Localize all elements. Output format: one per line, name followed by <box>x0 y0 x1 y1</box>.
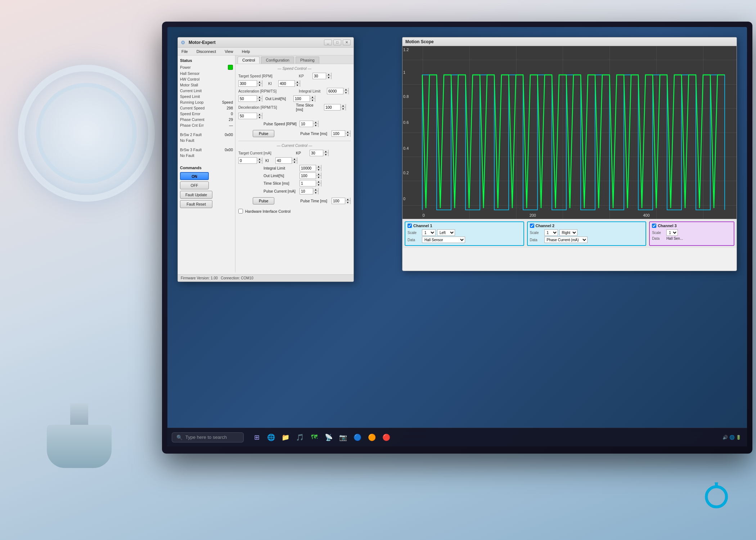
ki-current-up[interactable]: ▲ <box>292 157 297 161</box>
pulse-current-box[interactable]: 10 ▲ ▼ <box>300 188 319 194</box>
ch2-scale-select[interactable]: 12510 <box>544 229 558 236</box>
hw-interface-checkbox[interactable] <box>238 209 243 213</box>
kp-down[interactable]: ▼ <box>326 76 331 79</box>
menu-help[interactable]: Help <box>240 49 252 54</box>
integral-limit-box[interactable]: 6000 ▲ ▼ <box>327 88 349 94</box>
ch3-scale-select[interactable]: 12 <box>666 229 678 236</box>
out-limit-speed-spinners[interactable]: ▲ ▼ <box>310 95 315 102</box>
ki-current-box[interactable]: 40 ▲ ▼ <box>275 157 297 164</box>
time-slice-current-down[interactable]: ▼ <box>316 183 321 186</box>
acceleration-box[interactable]: 50 ▲ ▼ <box>238 95 262 102</box>
kp-up[interactable]: ▲ <box>326 73 331 76</box>
taskbar-icon-mail[interactable]: 📡 <box>323 432 334 443</box>
ch1-side-select[interactable]: LeftRight <box>437 229 455 236</box>
ki-value-box[interactable]: 400 ▲ ▼ <box>278 80 300 87</box>
pulse-time-current-spinners[interactable]: ▲ ▼ <box>345 198 350 204</box>
acceleration-spinners[interactable]: ▲ ▼ <box>257 95 262 102</box>
tab-configuration[interactable]: Configuration <box>261 57 294 64</box>
pulse-current-input[interactable]: 10 <box>300 188 313 194</box>
target-current-down[interactable]: ▼ <box>257 161 262 164</box>
integral-limit-current-box[interactable]: 10000 ▲ ▼ <box>300 165 321 171</box>
window-controls[interactable]: _ □ ✕ <box>324 40 351 45</box>
integral-limit-current-spinners[interactable]: ▲ ▼ <box>316 165 321 171</box>
target-speed-down[interactable]: ▼ <box>257 84 262 87</box>
target-speed-input[interactable]: 300 <box>239 81 257 86</box>
ki-up[interactable]: ▲ <box>295 80 300 84</box>
pulse-speed-down[interactable]: ▼ <box>313 124 318 127</box>
menu-view[interactable]: View <box>223 49 235 54</box>
minimize-button[interactable]: _ <box>324 40 332 45</box>
out-limit-speed-up[interactable]: ▲ <box>310 95 315 99</box>
ki-input[interactable]: 400 <box>279 81 294 86</box>
time-slice-current-input[interactable]: 1 <box>300 180 316 186</box>
target-speed-spinners[interactable]: ▲ ▼ <box>257 80 262 87</box>
out-limit-speed-input[interactable]: 100 <box>294 96 310 102</box>
ki-spinners[interactable]: ▲ ▼ <box>294 80 300 87</box>
maximize-button[interactable]: □ <box>333 40 341 45</box>
taskbar-icon-edge[interactable]: 🌐 <box>265 432 277 443</box>
integral-limit-current-down[interactable]: ▼ <box>316 168 321 171</box>
kp-input[interactable]: 30 <box>313 73 326 79</box>
ki-current-down[interactable]: ▼ <box>292 161 297 164</box>
integral-limit-current-up[interactable]: ▲ <box>316 165 321 168</box>
out-limit-current-box[interactable]: 100 ▲ ▼ <box>300 172 321 179</box>
time-slice-current-up[interactable]: ▲ <box>316 180 321 183</box>
taskbar-icon-camera[interactable]: 📷 <box>337 432 349 443</box>
pulse-speed-up[interactable]: ▲ <box>313 121 318 124</box>
ki-current-input[interactable]: 40 <box>276 158 292 163</box>
time-slice-speed-down[interactable]: ▼ <box>341 107 346 111</box>
pulse-time-speed-down[interactable]: ▼ <box>345 134 350 137</box>
acceleration-input[interactable]: 50 <box>239 96 257 102</box>
ch2-data-select[interactable]: Hall SensorPhase Current (mA)Speed <box>544 237 588 243</box>
out-limit-current-spinners[interactable]: ▲ ▼ <box>316 172 321 179</box>
kp-current-input[interactable]: 30 <box>310 150 323 156</box>
integral-limit-down[interactable]: ▼ <box>343 91 348 94</box>
taskbar-icon-maps[interactable]: 🗺 <box>309 432 320 443</box>
pulse-time-speed-input[interactable]: 100 <box>332 131 345 136</box>
on-button[interactable]: ON <box>180 172 209 180</box>
out-limit-current-input[interactable]: 100 <box>300 173 316 179</box>
time-slice-speed-up[interactable]: ▲ <box>341 104 346 107</box>
menu-disconnect[interactable]: Disconnect <box>195 49 217 54</box>
time-slice-speed-box[interactable]: 100 ▲ ▼ <box>324 104 346 111</box>
taskbar-icon-media[interactable]: 🎵 <box>294 432 306 443</box>
pulse-speed-button[interactable]: Pulse <box>253 130 274 137</box>
pulse-time-current-down[interactable]: ▼ <box>345 201 350 204</box>
time-slice-current-spinners[interactable]: ▲ ▼ <box>316 180 321 186</box>
out-limit-current-up[interactable]: ▲ <box>316 172 321 176</box>
target-current-input[interactable]: 0 <box>239 158 257 163</box>
close-button[interactable]: ✕ <box>343 40 351 45</box>
pulse-time-speed-up[interactable]: ▲ <box>345 130 350 134</box>
taskbar-search[interactable]: 🔍 Type here to search <box>172 432 244 442</box>
taskbar-icon-app1[interactable]: 🔵 <box>352 432 363 443</box>
integral-limit-input[interactable]: 6000 <box>327 88 343 94</box>
fault-reset-button[interactable]: Fault Reset <box>180 200 212 208</box>
time-slice-speed-spinners[interactable]: ▲ ▼ <box>340 104 346 111</box>
target-current-spinners[interactable]: ▲ ▼ <box>257 157 262 164</box>
ch1-checkbox[interactable] <box>408 224 412 228</box>
tab-phasing[interactable]: Phasing <box>296 57 319 64</box>
deceleration-input[interactable]: 50 <box>239 113 257 119</box>
fault-update-button[interactable]: Fault Update <box>180 191 212 199</box>
pulse-current-button[interactable]: Pulse <box>253 197 274 204</box>
acceleration-up[interactable]: ▲ <box>257 95 262 99</box>
deceleration-down[interactable]: ▼ <box>257 116 262 119</box>
pulse-current-down[interactable]: ▼ <box>313 191 318 194</box>
integral-limit-up[interactable]: ▲ <box>343 88 348 91</box>
pulse-speed-spinners[interactable]: ▲ ▼ <box>313 121 318 127</box>
pulse-time-speed-spinners[interactable]: ▲ ▼ <box>345 130 350 137</box>
pulse-time-speed-box[interactable]: 100 ▲ ▼ <box>332 130 351 137</box>
ch3-checkbox[interactable] <box>652 224 656 228</box>
target-current-up[interactable]: ▲ <box>257 157 262 161</box>
integral-limit-spinners[interactable]: ▲ ▼ <box>343 88 348 94</box>
taskbar-icon-app2[interactable]: 🟠 <box>366 432 378 443</box>
deceleration-up[interactable]: ▲ <box>257 113 262 116</box>
deceleration-spinners[interactable]: ▲ ▼ <box>257 113 262 119</box>
kp-value-box[interactable]: 30 ▲ ▼ <box>312 73 332 79</box>
taskbar-icon-explorer[interactable]: 📁 <box>280 432 291 443</box>
integral-limit-current-input[interactable]: 10000 <box>300 165 316 171</box>
pulse-current-up[interactable]: ▲ <box>313 188 318 191</box>
out-limit-speed-box[interactable]: 100 ▲ ▼ <box>293 95 315 102</box>
out-limit-speed-down[interactable]: ▼ <box>310 99 315 102</box>
menu-file[interactable]: File <box>180 49 189 54</box>
